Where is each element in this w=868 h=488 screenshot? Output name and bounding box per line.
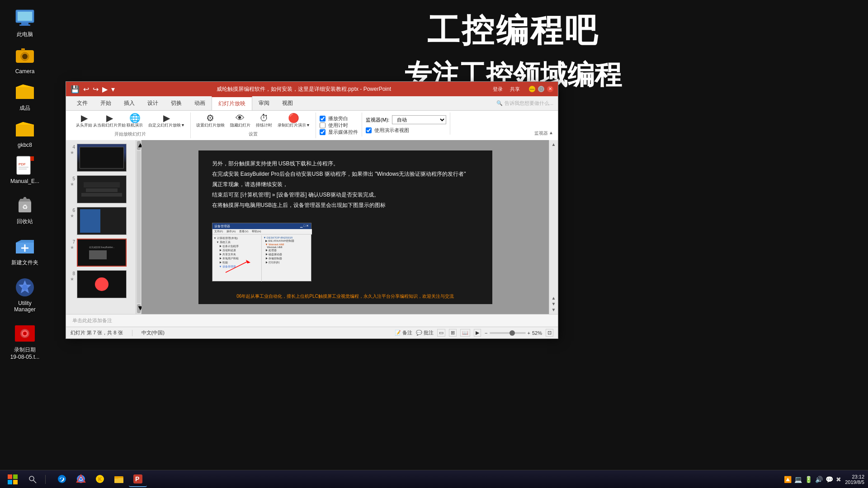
tab-design[interactable]: 设计 [141, 96, 165, 110]
desktop-icon-new-folder[interactable]: 新建文件夹 [5, 233, 45, 269]
taskbar-clock[interactable]: 23:12 2019/8/5 [845, 474, 864, 485]
status-right: 📝 备注 💬 批注 ▭ ⊞ 📖 ▶ − + 52% ⊡ [395, 329, 553, 337]
slide-thumb-4[interactable]: 4 ★ [68, 143, 134, 173]
notes-area[interactable]: 单击此处添加备注 [66, 314, 558, 327]
notes-btn[interactable]: 📝 备注 [395, 329, 412, 336]
tab-transitions[interactable]: 切换 [165, 96, 188, 110]
tab-view[interactable]: 视图 [276, 96, 299, 110]
monitor-group-label: 监视器 ▲ [534, 130, 553, 138]
ribbon-group-monitor: 监视器(M): 自动 使用演示者视图 [362, 113, 451, 135]
battery-icon[interactable]: 🔋 [805, 476, 812, 483]
slide-thumb-6[interactable]: 6 ★ [68, 206, 134, 236]
svg-rect-47 [114, 478, 123, 483]
presenter-view-label: 使用演示者视图 [374, 127, 409, 134]
scroll-down-main[interactable]: ▲ ▼ ▼ [552, 296, 556, 312]
rehearse-btn[interactable]: ⏱ 排练计时 [254, 113, 274, 129]
desktop-icon-utility-manager[interactable]: Utility Manager [5, 274, 45, 315]
desktop-icon-recording[interactable]: 录制日期 19-08-05.t... [5, 320, 45, 363]
ribbon-search[interactable]: 🔍 告诉我您想要做什么... [496, 96, 553, 110]
record-icon: 🔴 [288, 113, 299, 122]
desktop-icon-this-pc[interactable]: 此电脑 [5, 5, 45, 41]
desktop-icon-gkbc8[interactable]: gkbc8 [5, 116, 45, 151]
slides-scrollbar[interactable]: ▲ ▼ [136, 140, 142, 314]
tab-home[interactable]: 开始 [94, 96, 118, 110]
comments-btn[interactable]: 💬 批注 [416, 329, 434, 336]
play-narration-option[interactable]: 播放旁白 [320, 115, 348, 122]
tab-file[interactable]: 文件 [71, 96, 94, 110]
slide-thumb-8[interactable]: 8 ★ [68, 269, 134, 299]
slide-image-8 [77, 270, 127, 298]
setup-label: 设置幻灯片放映 [196, 122, 225, 128]
from-current-btn[interactable]: ▶ 从当前幻灯片开始 [96, 113, 123, 129]
hide-slide-btn[interactable]: 👁 隐藏幻灯片 [228, 113, 252, 129]
scroll-up-btn[interactable]: ▲ [137, 141, 141, 150]
record-btn[interactable]: 🔴 录制幻灯片演示▼ [276, 113, 312, 129]
close-notifications-icon[interactable]: ✖ [836, 476, 841, 483]
collapse-icon[interactable]: ▲ [549, 130, 553, 136]
taskbar-app-powerpoint[interactable]: P [129, 472, 147, 487]
save-icon[interactable]: 💾 [71, 85, 80, 94]
tab-insert[interactable]: 插入 [118, 96, 141, 110]
redo-icon[interactable]: ↪ [93, 85, 99, 94]
taskbar-app-k[interactable]: K [91, 472, 109, 487]
search-button[interactable] [24, 472, 42, 487]
message-icon[interactable]: 💬 [826, 476, 833, 483]
zoom-minus[interactable]: − [485, 330, 487, 336]
close-button[interactable]: ✕ [547, 86, 553, 92]
tab-review[interactable]: 审阅 [252, 96, 276, 110]
camera-label: Camera [15, 68, 35, 75]
reading-view-btn[interactable]: 📖 [460, 329, 470, 337]
volume-icon[interactable]: 🔊 [815, 476, 823, 483]
scroll-up-main[interactable]: ▲ [552, 142, 556, 147]
slide-thumb-7[interactable]: 7 ★ 在完成安装 EasyBuilder... [68, 238, 134, 267]
content-area: 4 ★ 5 ★ [66, 140, 558, 314]
scroll-down-btn[interactable]: ▼ [137, 304, 141, 313]
zoom-slider[interactable] [490, 332, 526, 334]
from-beginning-btn[interactable]: ▶ 从头开始 [74, 113, 94, 129]
start-button[interactable] [4, 472, 22, 487]
tab-slideshow[interactable]: 幻灯片放映 [212, 96, 252, 110]
login-btn[interactable]: 登录 [493, 86, 503, 93]
show-media-checkbox[interactable] [320, 129, 326, 135]
taskbar-app-edge[interactable] [53, 472, 71, 487]
status-bar: 幻灯片 第 7 张，共 8 张 中文(中国) 📝 备注 💬 批注 ▭ ⊞ 📖 ▶… [66, 327, 558, 338]
desktop-icons-container: 此电脑 Camera 成品 [0, 0, 50, 368]
play-narration-checkbox[interactable] [320, 116, 326, 122]
custom-slideshow-btn[interactable]: ▶ 自定义幻灯片放映▼ [146, 113, 187, 129]
present-icon[interactable]: ▶ [102, 85, 108, 94]
taskbar-app-chrome[interactable] [72, 472, 90, 487]
desktop-icon-chengpin[interactable]: 成品 [5, 78, 45, 115]
online-present-btn[interactable]: 🌐 联机演示 [125, 113, 145, 129]
restore-button[interactable]: □ [538, 86, 544, 92]
undo-icon[interactable]: ↩ [83, 85, 89, 94]
network-icon[interactable]: 💻 [794, 476, 802, 483]
taskbar-sep1 [45, 475, 46, 484]
minimize-button[interactable]: — [529, 86, 535, 92]
main-scrollbar[interactable]: ▲ ▲ ▼ ▼ [549, 140, 558, 314]
desktop-icon-manual[interactable]: PDF Manual_E... [5, 152, 45, 187]
presenter-view-checkbox[interactable] [366, 127, 372, 133]
zoom-thumb [509, 330, 515, 336]
slide-sorter-btn[interactable]: ⊞ [449, 329, 457, 337]
slideshow-btn[interactable]: ▶ [474, 329, 481, 337]
zoom-plus[interactable]: + [528, 330, 530, 336]
monitor-label: 监视器(M): [366, 117, 390, 123]
desktop-icon-recycle[interactable]: ♻ 回收站 [5, 192, 45, 228]
normal-view-btn[interactable]: ▭ [437, 329, 445, 337]
use-timer-option[interactable]: 使用计时 [320, 122, 348, 129]
show-hidden-icon[interactable]: 🔼 [784, 476, 792, 483]
taskbar-app-explorer[interactable] [110, 472, 128, 487]
monitor-dropdown[interactable]: 自动 [392, 115, 446, 124]
show-media-option[interactable]: 显示媒体控件 [320, 129, 358, 136]
use-timer-checkbox[interactable] [320, 122, 326, 128]
desktop-icon-camera[interactable]: Camera [5, 42, 45, 77]
ribbon-toolbar: ▶ 从头开始 ▶ 从当前幻灯片开始 🌐 联机演示 ▶ 自定义幻灯片放映▼ [66, 111, 558, 140]
slide-thumb-5[interactable]: 5 ★ [68, 174, 134, 204]
presenter-view-option[interactable]: 使用演示者视图 [366, 127, 409, 134]
dropdown-icon[interactable]: ▾ [111, 85, 115, 94]
share-btn[interactable]: 共享 [510, 86, 520, 93]
setup-slideshow-btn[interactable]: ⚙ 设置幻灯片放映 [194, 113, 226, 129]
tab-animations[interactable]: 动画 [188, 96, 212, 110]
recycle-label: 回收站 [17, 218, 33, 225]
fit-page-btn[interactable]: ⊡ [546, 329, 553, 337]
